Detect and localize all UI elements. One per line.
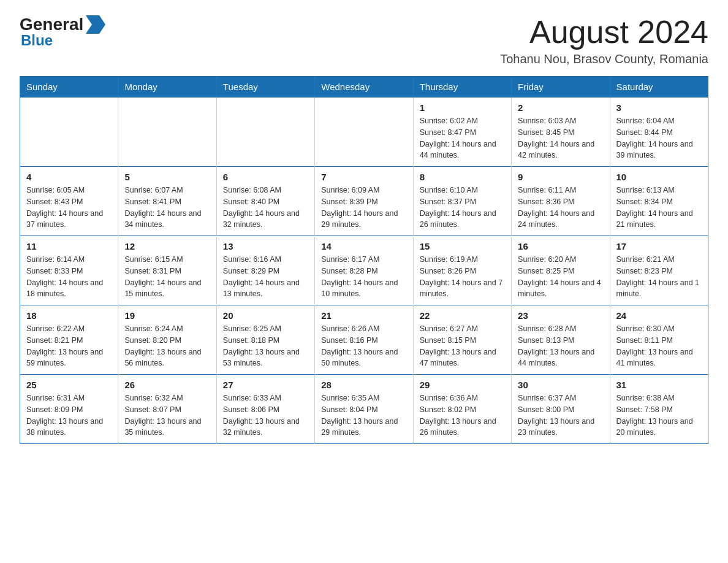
day-number: 9 xyxy=(518,172,603,182)
day-info: Sunrise: 6:33 AM Sunset: 8:06 PM Dayligh… xyxy=(223,393,308,439)
column-header-monday: Monday xyxy=(118,77,216,98)
day-info: Sunrise: 6:04 AM Sunset: 8:44 PM Dayligh… xyxy=(616,115,702,161)
day-number: 20 xyxy=(223,310,308,321)
day-info: Sunrise: 6:09 AM Sunset: 8:39 PM Dayligh… xyxy=(321,185,406,231)
day-number: 5 xyxy=(124,172,210,182)
day-number: 4 xyxy=(26,172,112,182)
day-number: 1 xyxy=(420,102,505,113)
day-number: 14 xyxy=(321,241,406,251)
calendar-week-row: 11Sunrise: 6:14 AM Sunset: 8:33 PM Dayli… xyxy=(20,236,708,305)
calendar-day-cell: 24Sunrise: 6:30 AM Sunset: 8:11 PM Dayli… xyxy=(610,305,708,375)
day-info: Sunrise: 6:38 AM Sunset: 7:58 PM Dayligh… xyxy=(616,393,702,439)
calendar-day-cell: 3Sunrise: 6:04 AM Sunset: 8:44 PM Daylig… xyxy=(610,98,708,167)
calendar-day-cell: 11Sunrise: 6:14 AM Sunset: 8:33 PM Dayli… xyxy=(20,236,118,305)
day-info: Sunrise: 6:25 AM Sunset: 8:18 PM Dayligh… xyxy=(223,323,308,369)
day-number: 24 xyxy=(616,310,702,321)
column-header-saturday: Saturday xyxy=(610,77,708,98)
day-info: Sunrise: 6:20 AM Sunset: 8:25 PM Dayligh… xyxy=(518,254,603,300)
calendar-day-cell: 26Sunrise: 6:32 AM Sunset: 8:07 PM Dayli… xyxy=(118,375,216,444)
day-info: Sunrise: 6:35 AM Sunset: 8:04 PM Dayligh… xyxy=(321,393,406,439)
calendar-day-cell: 14Sunrise: 6:17 AM Sunset: 8:28 PM Dayli… xyxy=(315,236,413,305)
column-header-sunday: Sunday xyxy=(20,77,118,98)
day-info: Sunrise: 6:28 AM Sunset: 8:13 PM Dayligh… xyxy=(518,323,603,369)
column-header-friday: Friday xyxy=(512,77,610,98)
day-number: 18 xyxy=(26,310,112,321)
logo: General Blue xyxy=(20,15,105,49)
day-info: Sunrise: 6:24 AM Sunset: 8:20 PM Dayligh… xyxy=(124,323,210,369)
day-info: Sunrise: 6:31 AM Sunset: 8:09 PM Dayligh… xyxy=(26,393,112,439)
day-info: Sunrise: 6:13 AM Sunset: 8:34 PM Dayligh… xyxy=(616,185,702,231)
day-number: 16 xyxy=(518,241,603,251)
calendar-week-row: 25Sunrise: 6:31 AM Sunset: 8:09 PM Dayli… xyxy=(20,375,708,444)
day-info: Sunrise: 6:07 AM Sunset: 8:41 PM Dayligh… xyxy=(124,185,210,231)
day-info: Sunrise: 6:05 AM Sunset: 8:43 PM Dayligh… xyxy=(26,185,112,231)
day-number: 10 xyxy=(616,172,702,182)
calendar-day-cell: 16Sunrise: 6:20 AM Sunset: 8:25 PM Dayli… xyxy=(512,236,610,305)
day-number: 12 xyxy=(124,241,210,251)
day-number: 21 xyxy=(321,310,406,321)
calendar-day-cell: 18Sunrise: 6:22 AM Sunset: 8:21 PM Dayli… xyxy=(20,305,118,375)
day-number: 26 xyxy=(124,380,210,390)
calendar-day-cell: 1Sunrise: 6:02 AM Sunset: 8:47 PM Daylig… xyxy=(413,98,511,167)
calendar-header-row: SundayMondayTuesdayWednesdayThursdayFrid… xyxy=(20,77,708,98)
day-number: 13 xyxy=(223,241,308,251)
day-info: Sunrise: 6:36 AM Sunset: 8:02 PM Dayligh… xyxy=(420,393,505,439)
day-number: 2 xyxy=(518,102,603,113)
day-info: Sunrise: 6:03 AM Sunset: 8:45 PM Dayligh… xyxy=(518,115,603,161)
calendar-day-cell: 7Sunrise: 6:09 AM Sunset: 8:39 PM Daylig… xyxy=(315,167,413,236)
day-number: 6 xyxy=(223,172,308,182)
day-info: Sunrise: 6:17 AM Sunset: 8:28 PM Dayligh… xyxy=(321,254,406,300)
calendar-empty-cell xyxy=(315,98,413,167)
day-info: Sunrise: 6:08 AM Sunset: 8:40 PM Dayligh… xyxy=(223,185,308,231)
day-info: Sunrise: 6:26 AM Sunset: 8:16 PM Dayligh… xyxy=(321,323,406,369)
day-info: Sunrise: 6:19 AM Sunset: 8:26 PM Dayligh… xyxy=(420,254,505,300)
calendar-day-cell: 29Sunrise: 6:36 AM Sunset: 8:02 PM Dayli… xyxy=(413,375,511,444)
calendar-day-cell: 30Sunrise: 6:37 AM Sunset: 8:00 PM Dayli… xyxy=(512,375,610,444)
calendar-day-cell: 28Sunrise: 6:35 AM Sunset: 8:04 PM Dayli… xyxy=(315,375,413,444)
calendar-day-cell: 8Sunrise: 6:10 AM Sunset: 8:37 PM Daylig… xyxy=(413,167,511,236)
calendar-day-cell: 4Sunrise: 6:05 AM Sunset: 8:43 PM Daylig… xyxy=(20,167,118,236)
calendar-empty-cell xyxy=(20,98,118,167)
day-number: 22 xyxy=(420,310,505,321)
calendar-day-cell: 13Sunrise: 6:16 AM Sunset: 8:29 PM Dayli… xyxy=(216,236,314,305)
day-number: 31 xyxy=(616,380,702,390)
calendar-day-cell: 17Sunrise: 6:21 AM Sunset: 8:23 PM Dayli… xyxy=(610,236,708,305)
month-title: August 2024 xyxy=(500,15,708,50)
header-right: August 2024 Tohanu Nou, Brasov County, R… xyxy=(500,15,708,66)
calendar-day-cell: 25Sunrise: 6:31 AM Sunset: 8:09 PM Dayli… xyxy=(20,375,118,444)
day-info: Sunrise: 6:22 AM Sunset: 8:21 PM Dayligh… xyxy=(26,323,112,369)
day-info: Sunrise: 6:32 AM Sunset: 8:07 PM Dayligh… xyxy=(124,393,210,439)
day-info: Sunrise: 6:37 AM Sunset: 8:00 PM Dayligh… xyxy=(518,393,603,439)
calendar-day-cell: 10Sunrise: 6:13 AM Sunset: 8:34 PM Dayli… xyxy=(610,167,708,236)
day-info: Sunrise: 6:21 AM Sunset: 8:23 PM Dayligh… xyxy=(616,254,702,300)
column-header-tuesday: Tuesday xyxy=(216,77,314,98)
day-info: Sunrise: 6:30 AM Sunset: 8:11 PM Dayligh… xyxy=(616,323,702,369)
logo-blue-text: Blue xyxy=(21,32,53,49)
day-number: 8 xyxy=(420,172,505,182)
day-number: 7 xyxy=(321,172,406,182)
calendar-table: SundayMondayTuesdayWednesdayThursdayFrid… xyxy=(20,76,708,444)
svg-marker-0 xyxy=(86,15,105,34)
calendar-day-cell: 27Sunrise: 6:33 AM Sunset: 8:06 PM Dayli… xyxy=(216,375,314,444)
calendar-empty-cell xyxy=(118,98,216,167)
day-info: Sunrise: 6:27 AM Sunset: 8:15 PM Dayligh… xyxy=(420,323,505,369)
calendar-day-cell: 23Sunrise: 6:28 AM Sunset: 8:13 PM Dayli… xyxy=(512,305,610,375)
day-info: Sunrise: 6:16 AM Sunset: 8:29 PM Dayligh… xyxy=(223,254,308,300)
day-number: 15 xyxy=(420,241,505,251)
calendar-day-cell: 20Sunrise: 6:25 AM Sunset: 8:18 PM Dayli… xyxy=(216,305,314,375)
calendar-day-cell: 21Sunrise: 6:26 AM Sunset: 8:16 PM Dayli… xyxy=(315,305,413,375)
day-info: Sunrise: 6:11 AM Sunset: 8:36 PM Dayligh… xyxy=(518,185,603,231)
location: Tohanu Nou, Brasov County, Romania xyxy=(500,52,708,66)
day-number: 30 xyxy=(518,380,603,390)
calendar-empty-cell xyxy=(216,98,314,167)
day-number: 11 xyxy=(26,241,112,251)
page-header: General Blue August 2024 Tohanu Nou, Bra… xyxy=(20,15,708,66)
calendar-week-row: 18Sunrise: 6:22 AM Sunset: 8:21 PM Dayli… xyxy=(20,305,708,375)
day-info: Sunrise: 6:14 AM Sunset: 8:33 PM Dayligh… xyxy=(26,254,112,300)
logo-arrow-icon xyxy=(86,15,105,34)
calendar-day-cell: 22Sunrise: 6:27 AM Sunset: 8:15 PM Dayli… xyxy=(413,305,511,375)
calendar-day-cell: 5Sunrise: 6:07 AM Sunset: 8:41 PM Daylig… xyxy=(118,167,216,236)
day-number: 27 xyxy=(223,380,308,390)
day-info: Sunrise: 6:10 AM Sunset: 8:37 PM Dayligh… xyxy=(420,185,505,231)
day-info: Sunrise: 6:02 AM Sunset: 8:47 PM Dayligh… xyxy=(420,115,505,161)
